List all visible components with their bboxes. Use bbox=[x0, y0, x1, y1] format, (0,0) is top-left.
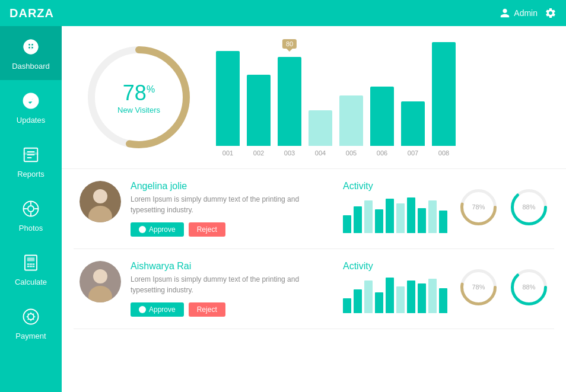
user-desc-user2: Lorem Ipsum is simply dummy text of the … bbox=[131, 274, 322, 295]
sidebar-updates-label: Updates bbox=[17, 116, 45, 125]
bar-label-005: 005 bbox=[346, 149, 357, 157]
sidebar-reports-label: Reports bbox=[17, 170, 44, 179]
top-navigation: DARZA Admin bbox=[0, 0, 566, 26]
svg-rect-16 bbox=[33, 263, 35, 265]
sidebar-dashboard-label: Dashboard bbox=[12, 62, 50, 71]
mini-bar bbox=[407, 197, 415, 233]
user-name-user1: Angelina jolie bbox=[131, 181, 322, 192]
mini-bar bbox=[364, 200, 373, 233]
svg-point-21 bbox=[28, 314, 34, 320]
donut-percent: 78% bbox=[117, 81, 160, 106]
bar-007 bbox=[401, 101, 425, 146]
sidebar-photos-label: Photos bbox=[19, 224, 43, 232]
updates-icon bbox=[20, 90, 42, 112]
user-cards: Angelina jolieLorem Ipsum is simply dumm… bbox=[62, 169, 566, 329]
reject-button-user1[interactable]: Reject bbox=[189, 222, 225, 237]
mini-bar bbox=[386, 278, 394, 313]
bar-label-008: 008 bbox=[438, 149, 449, 157]
reject-button-user2[interactable]: Reject bbox=[189, 302, 225, 317]
bar-col-004: 004 bbox=[309, 110, 332, 157]
mini-bar bbox=[375, 292, 383, 313]
approve-button-user1[interactable]: Approve bbox=[131, 222, 184, 237]
activity-wrap-user2: Activity bbox=[343, 261, 447, 313]
user-avatar-user2 bbox=[80, 261, 121, 302]
dashboard-icon bbox=[20, 36, 42, 58]
svg-rect-5 bbox=[24, 152, 39, 155]
bar-label-003: 003 bbox=[284, 149, 295, 157]
activity-title-user2: Activity bbox=[343, 261, 447, 272]
mini-donut: 78% bbox=[459, 188, 498, 227]
bar-005 bbox=[339, 95, 363, 146]
mini-bar bbox=[354, 289, 362, 313]
bar-col-003: 80003 bbox=[278, 57, 301, 157]
sidebar-item-reports[interactable]: Reports bbox=[0, 134, 62, 188]
bar-001 bbox=[216, 51, 240, 146]
approve-button-user2[interactable]: Approve bbox=[131, 302, 184, 317]
mini-bar bbox=[418, 283, 426, 313]
photos-icon bbox=[20, 197, 42, 220]
svg-rect-18 bbox=[30, 266, 32, 267]
user-actions-user1: ApproveReject bbox=[131, 222, 322, 237]
svg-point-33 bbox=[93, 269, 107, 283]
svg-point-7 bbox=[28, 206, 34, 212]
sidebar-item-payment[interactable]: Payment bbox=[0, 296, 62, 350]
mini-bar bbox=[396, 286, 405, 313]
mini-bar bbox=[364, 281, 373, 313]
bar-label-007: 007 bbox=[408, 149, 418, 157]
mini-donut: 88% bbox=[510, 268, 548, 307]
sidebar-item-dashboard[interactable]: Dashboard bbox=[0, 26, 62, 80]
bar-002 bbox=[247, 75, 271, 146]
mini-bar bbox=[407, 281, 415, 313]
bar-col-001: 001 bbox=[216, 51, 240, 157]
mini-bar bbox=[354, 206, 362, 233]
mini-bar bbox=[428, 279, 437, 313]
calculate-icon bbox=[20, 251, 42, 274]
bar-col-007: 007 bbox=[401, 101, 425, 157]
sidebar: Dashboard Updates bbox=[0, 26, 62, 392]
bar-col-002: 002 bbox=[247, 75, 271, 157]
donut-label: New Visiters bbox=[117, 106, 160, 114]
top-section: 78% New Visiters 00100280003004005006007… bbox=[62, 26, 566, 169]
svg-point-20 bbox=[24, 310, 39, 324]
bar-label-002: 002 bbox=[253, 149, 264, 157]
admin-label: Admin bbox=[514, 8, 538, 18]
mini-bars-user2 bbox=[343, 278, 447, 313]
settings-icon[interactable] bbox=[545, 7, 557, 19]
sidebar-item-updates[interactable]: Updates bbox=[0, 80, 62, 134]
sidebar-item-photos[interactable]: Photos bbox=[0, 188, 62, 242]
mini-bar bbox=[418, 208, 426, 233]
bar-col-006: 006 bbox=[370, 87, 394, 157]
bar-col-005: 005 bbox=[339, 95, 363, 157]
activity-wrap-user1: Activity bbox=[343, 181, 447, 233]
svg-rect-14 bbox=[27, 263, 30, 265]
user-card-user2: Aishwarya RaiLorem Ipsum is simply dummy… bbox=[74, 249, 554, 329]
user-icon bbox=[500, 8, 510, 18]
mini-bar bbox=[386, 199, 394, 233]
bar-tooltip: 80 bbox=[282, 39, 297, 49]
bar-006 bbox=[370, 87, 394, 146]
bar-label-006: 006 bbox=[377, 149, 387, 157]
app-logo: DARZA bbox=[9, 7, 54, 20]
user-card-user1: Angelina jolieLorem Ipsum is simply dumm… bbox=[74, 169, 554, 249]
user-desc-user1: Lorem Ipsum is simply dummy text of the … bbox=[131, 194, 322, 215]
sidebar-payment-label: Payment bbox=[15, 332, 46, 340]
bar-008 bbox=[432, 42, 456, 146]
activity-section-user2: Activity 78% 88% bbox=[343, 261, 548, 313]
mini-bars-user1 bbox=[343, 197, 447, 233]
sidebar-item-calculate[interactable]: Calculate bbox=[0, 242, 62, 296]
mini-donut: 88% bbox=[510, 188, 548, 227]
main-layout: Dashboard Updates bbox=[0, 26, 566, 392]
activity-title-user1: Activity bbox=[343, 181, 447, 192]
user-avatar-user1 bbox=[80, 181, 121, 222]
user-info-user2: Aishwarya RaiLorem Ipsum is simply dummy… bbox=[131, 261, 322, 317]
admin-user[interactable]: Admin bbox=[500, 8, 538, 18]
mini-bar bbox=[428, 200, 437, 233]
bar-label-004: 004 bbox=[315, 149, 326, 157]
bar-chart-wrap: 00100280003004005006007008 bbox=[216, 38, 548, 157]
mini-bar bbox=[343, 215, 351, 233]
user-actions-user2: ApproveReject bbox=[131, 302, 322, 317]
payment-icon bbox=[20, 305, 42, 328]
mini-bar bbox=[375, 209, 383, 233]
mini-bar bbox=[439, 288, 447, 313]
bar-chart: 00100280003004005006007008 bbox=[216, 38, 548, 157]
